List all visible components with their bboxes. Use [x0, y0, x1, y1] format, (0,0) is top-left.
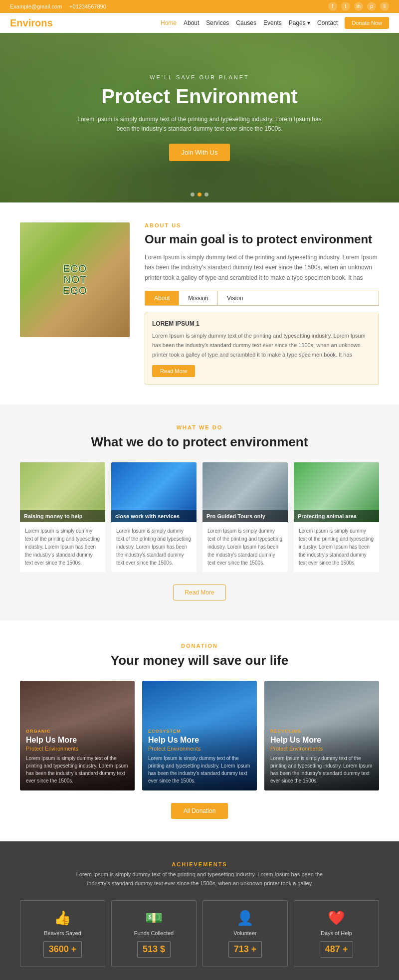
- twitter-icon[interactable]: t: [341, 2, 350, 11]
- what-card-4-bg: Protecting animal area: [294, 462, 379, 522]
- stats-grid: 👍 Beavers Saved 3600 + 💵 Funds Collected…: [20, 900, 379, 967]
- donation-tag: DONATION: [20, 643, 379, 649]
- stat-beavers-label: Beavers Saved: [26, 930, 99, 936]
- achievements-section: ACHIEVEMENTS Lorem Ipsum is simply dummy…: [0, 841, 399, 980]
- facebook-icon[interactable]: f: [328, 2, 337, 11]
- donation-card-2-tag: ECOSYSTEM: [148, 729, 251, 734]
- hero-title: Protect Environment: [75, 85, 324, 107]
- what-card-1-body: Lorem Ipsum is simply dummy text of the …: [20, 522, 105, 572]
- donation-card-3-subtitle: Protect Environments: [270, 746, 373, 752]
- about-title: Our main goal is to protect environment: [145, 232, 379, 246]
- hero-dot-1[interactable]: [191, 193, 195, 196]
- phone-text: +01234567890: [69, 3, 106, 9]
- nav-links: Home About Services Causes Events Pages …: [161, 17, 389, 29]
- donation-card-2-content: ECOSYSTEM Help Us More Protect Environme…: [142, 723, 257, 790]
- what-card-1-image: Raising money to help: [20, 462, 105, 522]
- stat-volunteer-label: Volunteer: [209, 930, 281, 936]
- stat-volunteer-value: 713 +: [228, 941, 262, 958]
- navbar-donate-button[interactable]: Donate Now: [345, 17, 389, 29]
- nav-pages[interactable]: Pages ▾: [289, 19, 310, 26]
- stat-funds: 💵 Funds Collected 513 $: [111, 900, 197, 967]
- what-card-3: Pro Guided Tours only Lorem Ipsum is sim…: [202, 462, 288, 572]
- what-card-2-label: close work with services: [111, 510, 197, 522]
- what-card-2-body: Lorem Ipsum is simply dummy text of the …: [111, 522, 197, 572]
- site-logo[interactable]: Environs: [10, 17, 53, 29]
- hero-content: WE'LL SAVE OUR PLANET Protect Environmen…: [75, 74, 324, 161]
- what-card-3-body: Lorem Ipsum is simply dummy text of the …: [202, 522, 288, 572]
- what-card-2-desc: Lorem Ipsum is simply dummy text of the …: [116, 527, 192, 567]
- instagram-icon[interactable]: in: [354, 2, 363, 11]
- eco-sign-text: ECONOTEGO: [63, 263, 87, 296]
- what-card-3-bg: Pro Guided Tours only: [202, 462, 288, 522]
- what-title: What we do to protect environment: [20, 434, 379, 450]
- donation-card-2[interactable]: ECOSYSTEM Help Us More Protect Environme…: [142, 681, 257, 790]
- about-read-more-button[interactable]: Read More: [152, 365, 195, 377]
- heart-icon: ❤️: [300, 910, 373, 926]
- stat-beavers-value: 3600 +: [43, 941, 82, 958]
- what-tag: WHAT WE DO: [20, 424, 379, 430]
- what-card-2-bg: close work with services: [111, 462, 197, 522]
- lorem-box: LOREM IPSUM 1 Lorem Ipsum is simply dumm…: [145, 313, 379, 385]
- donation-cards-grid: ORGANIC Help Us More Protect Environment…: [20, 681, 379, 790]
- about-tabs: About Mission Vision: [145, 291, 379, 306]
- what-card-3-image: Pro Guided Tours only: [202, 462, 288, 522]
- what-card-4-image: Protecting animal area: [294, 462, 379, 522]
- nav-home[interactable]: Home: [161, 19, 177, 26]
- what-card-4: Protecting animal area Lorem Ipsum is si…: [294, 462, 379, 572]
- what-card-2-image: close work with services: [111, 462, 197, 522]
- lorem-body: Lorem Ipsum is simply dummy text of the …: [152, 331, 372, 359]
- stat-days-label: Days of Help: [300, 930, 373, 936]
- about-description: Lorem Ipsum is simply dummy text of the …: [145, 252, 379, 283]
- achievements-content: ACHIEVEMENTS Lorem Ipsum is simply dummy…: [20, 861, 379, 980]
- what-card-4-desc: Lorem Ipsum is simply dummy text of the …: [299, 527, 374, 567]
- tab-about[interactable]: About: [145, 291, 179, 305]
- lorem-heading: LOREM IPSUM 1: [152, 320, 372, 327]
- linkedin-icon[interactable]: li: [380, 2, 389, 11]
- donation-section: DONATION Your money will save our life O…: [0, 620, 399, 841]
- donation-card-3-tag: RECYCLING: [270, 729, 373, 734]
- stat-volunteer: 👤 Volunteer 713 +: [202, 900, 288, 967]
- all-donation-button[interactable]: All Donation: [171, 803, 228, 819]
- what-card-3-desc: Lorem Ipsum is simply dummy text of the …: [207, 527, 283, 567]
- what-read-more-button[interactable]: Read More: [173, 585, 225, 600]
- hero-dots: [191, 193, 208, 196]
- stat-beavers: 👍 Beavers Saved 3600 +: [20, 900, 105, 967]
- hero-join-button[interactable]: Join With Us: [169, 144, 230, 161]
- navbar: Environs Home About Services Causes Even…: [0, 13, 399, 33]
- social-links: f t in p li: [328, 2, 389, 11]
- hero-dot-3[interactable]: [204, 193, 208, 196]
- what-card-1-bg: Raising money to help: [20, 462, 105, 522]
- what-card-1-desc: Lorem Ipsum is simply dummy text of the …: [25, 527, 100, 567]
- donation-card-3[interactable]: RECYCLING Help Us More Protect Environme…: [264, 681, 379, 790]
- about-tag: ABOUT US: [145, 222, 379, 228]
- hero-dot-2[interactable]: [198, 193, 201, 196]
- hero-section: WE'LL SAVE OUR PLANET Protect Environmen…: [0, 33, 399, 202]
- person-icon: 👤: [209, 910, 281, 926]
- nav-about[interactable]: About: [184, 19, 199, 26]
- tab-vision[interactable]: Vision: [218, 291, 252, 305]
- nav-causes[interactable]: Causes: [236, 19, 256, 26]
- donation-card-1-tag: ORGANIC: [26, 729, 129, 734]
- pinterest-icon[interactable]: p: [367, 2, 376, 11]
- donation-card-1-content: ORGANIC Help Us More Protect Environment…: [20, 723, 135, 790]
- thumbs-up-icon: 👍: [26, 910, 99, 926]
- tab-mission[interactable]: Mission: [179, 291, 218, 305]
- stat-funds-value: 513 $: [137, 941, 171, 958]
- achievements-description: Lorem Ipsum is simply dummy text of the …: [75, 870, 324, 888]
- nav-services[interactable]: Services: [206, 19, 229, 26]
- what-card-4-body: Lorem Ipsum is simply dummy text of the …: [294, 522, 379, 572]
- donation-title: Your money will save our life: [20, 653, 379, 668]
- donation-card-3-title: Help Us More: [270, 736, 373, 745]
- donation-card-1-title: Help Us More: [26, 736, 129, 745]
- what-card-1-label: Raising money to help: [20, 510, 105, 522]
- nav-events[interactable]: Events: [263, 19, 282, 26]
- money-icon: 💵: [118, 910, 190, 926]
- donation-card-2-title: Help Us More: [148, 736, 251, 745]
- stat-days-value: 487 +: [320, 941, 354, 958]
- hero-subtitle: WE'LL SAVE OUR PLANET: [75, 74, 324, 80]
- nav-contact[interactable]: Contact: [317, 19, 338, 26]
- what-card-3-label: Pro Guided Tours only: [202, 510, 288, 522]
- what-card-1: Raising money to help Lorem Ipsum is sim…: [20, 462, 105, 572]
- donation-card-2-subtitle: Protect Environments: [148, 746, 251, 752]
- donation-card-1[interactable]: ORGANIC Help Us More Protect Environment…: [20, 681, 135, 790]
